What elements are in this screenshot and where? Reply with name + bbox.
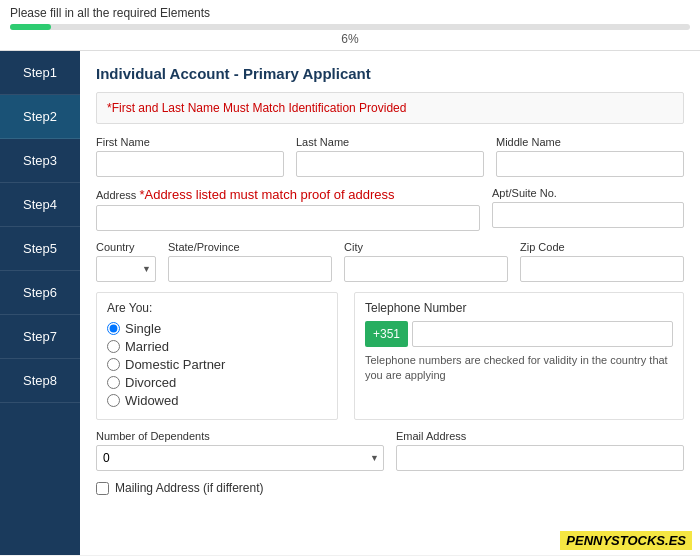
radio-married-input[interactable] <box>107 340 120 353</box>
last-name-group: Last Name <box>296 136 484 177</box>
dependents-label: Number of Dependents <box>96 430 384 442</box>
marital-telephone-row: Are You: Single Married Domestic Partner… <box>96 292 684 420</box>
zip-code-group: Zip Code <box>520 241 684 282</box>
sidebar-item-step8[interactable]: Step8 <box>0 359 80 403</box>
progress-label: 6% <box>10 32 690 46</box>
radio-widowed[interactable]: Widowed <box>107 393 327 408</box>
progress-bar-container <box>10 24 690 30</box>
radio-single-label: Single <box>125 321 161 336</box>
sidebar-item-step7[interactable]: Step7 <box>0 315 80 359</box>
address-group: Address *Address listed must match proof… <box>96 187 480 231</box>
address-input[interactable] <box>96 205 480 231</box>
mailing-address-label: Mailing Address (if different) <box>115 481 264 495</box>
tel-country-code-button[interactable]: +351 <box>365 321 408 347</box>
city-input[interactable] <box>344 256 508 282</box>
first-name-input[interactable] <box>96 151 284 177</box>
radio-domestic-partner-input[interactable] <box>107 358 120 371</box>
radio-widowed-input[interactable] <box>107 394 120 407</box>
email-group: Email Address <box>396 430 684 471</box>
sidebar: Step1 Step2 Step3 Step4 Step5 Step6 Step… <box>0 51 80 555</box>
radio-divorced[interactable]: Divorced <box>107 375 327 390</box>
sidebar-item-step5[interactable]: Step5 <box>0 227 80 271</box>
radio-domestic-partner[interactable]: Domestic Partner <box>107 357 327 372</box>
tel-note: Telephone numbers are checked for validi… <box>365 353 673 384</box>
tel-input-row: +351 <box>365 321 673 347</box>
country-select[interactable] <box>96 256 156 282</box>
city-label: City <box>344 241 508 253</box>
first-name-group: First Name <box>96 136 284 177</box>
country-group: Country <box>96 241 156 282</box>
are-you-label: Are You: <box>107 301 327 315</box>
state-province-group: State/Province <box>168 241 332 282</box>
first-name-label: First Name <box>96 136 284 148</box>
name-row: First Name Last Name Middle Name <box>96 136 684 177</box>
last-name-label: Last Name <box>296 136 484 148</box>
dependents-group: Number of Dependents 0 1 2 3 4 5 <box>96 430 384 471</box>
dependents-select-wrap: 0 1 2 3 4 5 <box>96 445 384 471</box>
telephone-section: Telephone Number +351 Telephone numbers … <box>354 292 684 420</box>
radio-single-input[interactable] <box>107 322 120 335</box>
sidebar-item-step1[interactable]: Step1 <box>0 51 80 95</box>
location-row: Country State/Province City Zip Code <box>96 241 684 282</box>
address-label: Address *Address listed must match proof… <box>96 187 480 202</box>
apt-suite-group: Apt/Suite No. <box>492 187 684 231</box>
apt-suite-input[interactable] <box>492 202 684 228</box>
city-group: City <box>344 241 508 282</box>
radio-married[interactable]: Married <box>107 339 327 354</box>
middle-name-group: Middle Name <box>496 136 684 177</box>
main-content: Individual Account - Primary Applicant *… <box>80 51 700 555</box>
radio-married-label: Married <box>125 339 169 354</box>
tel-number-input[interactable] <box>412 321 673 347</box>
last-name-input[interactable] <box>296 151 484 177</box>
are-you-section: Are You: Single Married Domestic Partner… <box>96 292 338 420</box>
sidebar-item-step6[interactable]: Step6 <box>0 271 80 315</box>
country-select-wrap <box>96 256 156 282</box>
email-input[interactable] <box>396 445 684 471</box>
mailing-address-row: Mailing Address (if different) <box>96 481 684 495</box>
sidebar-item-step4[interactable]: Step4 <box>0 183 80 227</box>
mailing-address-checkbox[interactable] <box>96 482 109 495</box>
address-required-note: *Address listed must match proof of addr… <box>139 187 394 202</box>
watermark: PENNYSTOCKS.ES <box>560 531 692 550</box>
alert-box: *First and Last Name Must Match Identifi… <box>96 92 684 124</box>
sidebar-item-step3[interactable]: Step3 <box>0 139 80 183</box>
sidebar-item-step2[interactable]: Step2 <box>0 95 80 139</box>
dependents-select[interactable]: 0 1 2 3 4 5 <box>96 445 384 471</box>
state-province-label: State/Province <box>168 241 332 253</box>
state-province-input[interactable] <box>168 256 332 282</box>
radio-widowed-label: Widowed <box>125 393 178 408</box>
radio-divorced-input[interactable] <box>107 376 120 389</box>
telephone-label: Telephone Number <box>365 301 673 315</box>
address-row: Address *Address listed must match proof… <box>96 187 684 231</box>
middle-name-input[interactable] <box>496 151 684 177</box>
middle-name-label: Middle Name <box>496 136 684 148</box>
country-label: Country <box>96 241 156 253</box>
section-title: Individual Account - Primary Applicant <box>96 65 684 82</box>
top-bar-message: Please fill in all the required Elements <box>10 6 690 20</box>
radio-divorced-label: Divorced <box>125 375 176 390</box>
radio-single[interactable]: Single <box>107 321 327 336</box>
progress-bar-fill <box>10 24 51 30</box>
email-label: Email Address <box>396 430 684 442</box>
apt-suite-label: Apt/Suite No. <box>492 187 684 199</box>
zip-code-label: Zip Code <box>520 241 684 253</box>
dependents-email-row: Number of Dependents 0 1 2 3 4 5 Email A… <box>96 430 684 471</box>
zip-code-input[interactable] <box>520 256 684 282</box>
radio-domestic-partner-label: Domestic Partner <box>125 357 225 372</box>
